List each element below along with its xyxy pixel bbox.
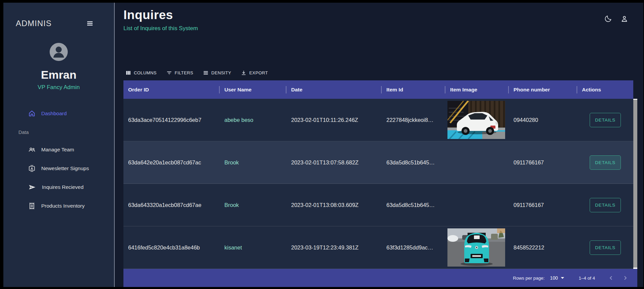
filters-button[interactable]: FILTERS	[163, 68, 196, 78]
brand-logo: ADMINIS	[16, 19, 52, 28]
page-header: Inquires List of Inquires of this System	[123, 8, 198, 32]
cell-item-image	[445, 141, 509, 184]
inquires-table: Order ID User Name Date Item Id Item Ima…	[123, 80, 637, 287]
filter-list-icon	[166, 70, 172, 76]
rows-per-page-label: Rows per page:	[513, 276, 545, 281]
send-icon	[28, 183, 37, 191]
columns-button-label: COLUMNS	[134, 70, 157, 75]
vertical-scrollbar-thumb[interactable]	[633, 100, 637, 268]
cell-order-id: 63da643320a1ecb087cd67ae	[123, 184, 220, 226]
details-button[interactable]: DETAILS	[590, 113, 621, 127]
sidebar-header: ADMINIS	[3, 18, 114, 29]
pagination-range: 1–4 of 4	[579, 276, 595, 281]
export-button[interactable]: EXPORT	[237, 68, 271, 78]
page-title: Inquires	[123, 8, 198, 22]
cell-order-id: 63da642e20a1ecb087cd67ac	[123, 141, 220, 184]
cell-phone-number: 0911766167	[509, 184, 577, 226]
cell-date: 2023-02-01T13:07:58.682Z	[286, 141, 382, 184]
details-button[interactable]: DETAILS	[590, 155, 621, 170]
pagination-controls	[606, 273, 630, 283]
sidebar-item-label: Inquires Recieved	[42, 184, 84, 190]
main-content: Inquires List of Inquires of this System	[115, 3, 643, 287]
datagrid-toolbar: COLUMNS FILTERS DENSITY EXPORT	[122, 68, 271, 78]
teal-car-photo	[447, 228, 505, 267]
user-profile: Emran VP Fancy Admin	[3, 43, 114, 91]
cell-actions: DETAILS	[577, 141, 633, 184]
profile-role: VP Fancy Admin	[3, 84, 114, 91]
cell-actions: DETAILS	[577, 184, 633, 226]
avatar	[50, 43, 68, 61]
column-header-item-id[interactable]: Item Id	[382, 80, 445, 99]
density-button[interactable]: DENSITY	[200, 68, 234, 78]
vertical-scrollbar-track[interactable]	[633, 99, 637, 269]
table-row: 63da3ace70514122996c6eb7 abebe beso 2023…	[123, 99, 633, 141]
cell-phone-number: 0911766167	[509, 141, 577, 184]
app-window: ADMINIS Emran VP Fancy Admin	[3, 3, 643, 287]
sidebar: ADMINIS Emran VP Fancy Admin	[3, 3, 115, 287]
cell-item-id: 63da5d8c51b645…	[382, 141, 445, 184]
dropdown-caret-icon	[560, 277, 565, 279]
cell-order-id: 6416fed5c820e4cb31a8e46b	[123, 226, 220, 269]
cell-item-id: 63f3d1285dd9ac…	[382, 226, 445, 269]
columns-button[interactable]: COLUMNS	[122, 68, 160, 78]
column-header-phone-number[interactable]: Phone number	[509, 80, 577, 99]
view-columns-icon	[125, 70, 131, 76]
cell-date: 2023-02-01T10:11:26.246Z	[286, 99, 382, 141]
cell-user-name: abebe beso	[220, 99, 286, 141]
table-footer: Rows per page: 100 1–4 of 4	[123, 269, 637, 287]
account-button[interactable]	[619, 13, 630, 24]
chevron-right-icon	[622, 275, 629, 281]
details-button[interactable]: DETAILS	[590, 240, 621, 255]
sidebar-item-label: Manage Team	[41, 147, 74, 153]
sidebar-item-newsletter-signups[interactable]: Newesletter Signups	[3, 162, 114, 174]
download-icon	[240, 70, 247, 76]
sidebar-item-label: Products Inventory	[41, 203, 85, 209]
column-header-date[interactable]: Date	[286, 80, 382, 99]
receipt-icon	[28, 202, 36, 210]
contacts-icon	[28, 164, 36, 172]
people-icon	[28, 146, 36, 154]
cell-actions: DETAILS	[577, 99, 633, 141]
cell-item-image	[445, 226, 509, 269]
sidebar-item-inquires-recieved[interactable]: Inquires Recieved	[3, 181, 114, 193]
cell-item-id: 63da5d8c51b645…	[382, 184, 445, 226]
cell-phone-number: 09440280	[509, 99, 577, 141]
sidebar-collapse-button[interactable]	[85, 18, 95, 29]
rows-per-page-select[interactable]: 100	[550, 275, 565, 281]
home-icon	[28, 110, 36, 118]
table-header-row: Order ID User Name Date Item Id Item Ima…	[123, 80, 633, 99]
next-page-button[interactable]	[621, 273, 630, 283]
table-row: 63da643320a1ecb087cd67ae Brook 2023-02-0…	[123, 184, 633, 226]
export-button-label: EXPORT	[249, 70, 268, 75]
cell-actions: DETAILS	[577, 226, 633, 269]
cell-item-id: 2227848jckkeoi8…	[382, 99, 445, 141]
column-header-order-id[interactable]: Order ID	[123, 80, 220, 99]
sidebar-item-manage-team[interactable]: Manage Team	[3, 144, 114, 156]
topbar	[602, 13, 630, 24]
previous-page-button[interactable]	[606, 273, 616, 283]
person-avatar-icon	[50, 43, 68, 61]
cell-phone-number: 8458522212	[509, 226, 577, 269]
white-suv-photo	[447, 101, 505, 139]
column-header-item-image[interactable]: Item Image	[445, 80, 509, 99]
sidebar-item-products-inventory[interactable]: Products Inventory	[3, 200, 114, 212]
column-header-user-name[interactable]: User Name	[220, 80, 286, 99]
dark-mode-toggle-button[interactable]	[602, 13, 613, 24]
cell-date: 2023-02-01T13:08:03.609Z	[286, 184, 382, 226]
sidebar-item-dashboard[interactable]: Dashboard	[3, 107, 114, 120]
chevron-left-icon	[608, 275, 614, 281]
density-menu-icon	[203, 70, 209, 76]
table-row: 63da642e20a1ecb087cd67ac Brook 2023-02-0…	[123, 141, 633, 184]
rows-per-page-value: 100	[550, 275, 558, 281]
cell-item-image	[445, 184, 509, 226]
sidebar-nav: Dashboard Data Manage Team	[3, 107, 114, 212]
filters-button-label: FILTERS	[175, 70, 193, 75]
cell-date: 2023-03-19T12:23:49.381Z	[286, 226, 382, 269]
cell-user-name: Brook	[220, 141, 286, 184]
sidebar-section-label: Data	[3, 130, 114, 135]
cell-item-image	[445, 99, 509, 141]
table-row: 6416fed5c820e4cb31a8e46b kisanet 2023-03…	[123, 226, 633, 269]
details-button[interactable]: DETAILS	[590, 198, 621, 212]
column-header-actions[interactable]: Actions	[577, 80, 633, 99]
dark-mode-moon-icon	[604, 15, 612, 23]
